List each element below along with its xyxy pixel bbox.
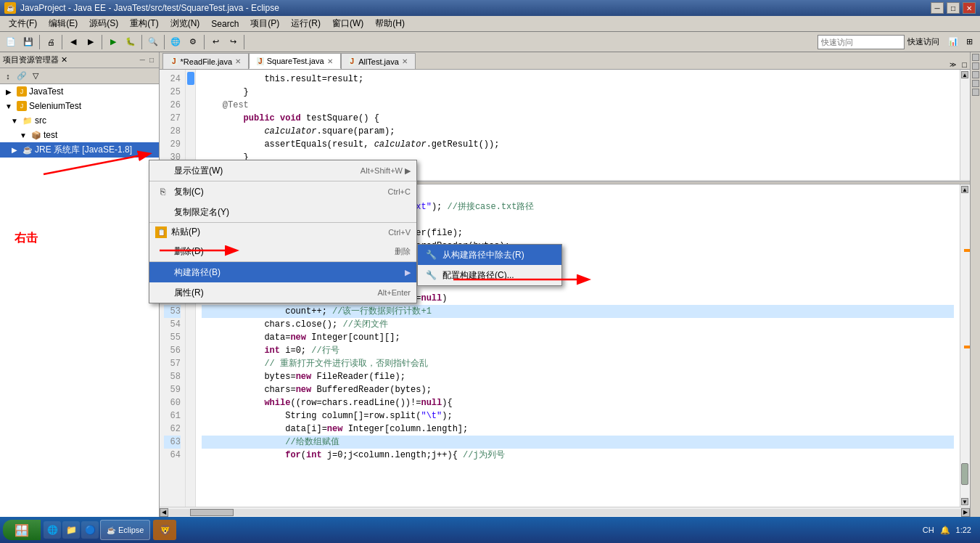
persp-btn-2[interactable]	[972, 62, 979, 70]
ctx-delete-label: 删除(D)	[174, 245, 380, 258]
editor-tabs: J *ReadFile.java ✕ J SquareTest.java ✕ J…	[160, 52, 970, 70]
project-explorer-title: 项目资源管理器 ✕	[3, 54, 138, 65]
persp-btn-4[interactable]	[972, 80, 979, 87]
menu-window[interactable]: 窗口(W)	[326, 16, 369, 31]
ctx-show-location-label: 显示位置(W)	[174, 165, 346, 177]
ctx-copy-shortcut: Ctrl+C	[388, 187, 411, 196]
menu-run[interactable]: 运行(R)	[285, 16, 326, 31]
tab-squaretest[interactable]: J SquareTest.java ✕	[249, 53, 340, 69]
code-line-57: // 重新打开文件进行读取，否则指针会乱	[202, 357, 954, 370]
debug-button[interactable]: 🐛	[123, 34, 139, 50]
right-click-annotation: 右击	[15, 231, 38, 246]
sub-configure-icon: 🔧	[424, 268, 438, 282]
panel-maximize-btn[interactable]: □	[147, 55, 156, 65]
tree-item-javatest[interactable]: ▶ J JavaTest	[0, 84, 159, 99]
scroll-left-btn[interactable]: ◀	[160, 508, 168, 517]
menu-source[interactable]: 源码(S)	[83, 16, 124, 31]
persp-btn-5[interactable]	[972, 89, 979, 96]
start-button[interactable]: 🪟	[3, 520, 41, 540]
settings-btn[interactable]: ⚙	[185, 34, 201, 50]
taskbar-right: CH 🔔 1:22	[923, 526, 977, 535]
ctx-build-path[interactable]: 构建路径(B) ▶	[149, 262, 416, 282]
persp-btn-1[interactable]	[972, 54, 979, 61]
scrollbar-right-top[interactable]: ▲	[960, 70, 970, 180]
explorer-collapse-all[interactable]: ↕	[1, 70, 15, 83]
print-button[interactable]: 🖨	[43, 34, 59, 50]
menu-refactor[interactable]: 重构(T)	[124, 16, 164, 31]
tree-item-seleniumtest[interactable]: ▼ J SeleniumTest	[0, 99, 159, 113]
code-line-55: data=new Integer[count][];	[202, 331, 954, 344]
code-line-24: this.result=result;	[202, 73, 954, 86]
maximize-button[interactable]: □	[947, 2, 960, 14]
explorer-link-editor[interactable]: 🔗	[15, 70, 28, 83]
run-button[interactable]: ▶	[105, 34, 121, 50]
taskbar-eclipse-btn[interactable]: ☕ Eclipse	[100, 520, 150, 540]
menu-project[interactable]: 项目(P)	[244, 16, 285, 31]
right-perspective-bar	[970, 52, 980, 517]
new-button[interactable]: 📄	[3, 34, 19, 50]
menu-search[interactable]: Search	[205, 17, 244, 30]
taskbar-explorer-icon[interactable]: 📁	[62, 521, 80, 539]
menu-navigate[interactable]: 浏览(N)	[165, 16, 206, 31]
redo-button[interactable]: ↪	[225, 34, 241, 50]
menu-edit[interactable]: 编辑(E)	[43, 16, 83, 31]
ctx-paste[interactable]: 📋 粘贴(P) Ctrl+V	[149, 223, 416, 241]
menu-file[interactable]: 文件(F)	[3, 16, 43, 31]
layout-btn[interactable]: ⊞	[961, 34, 977, 50]
scroll-right-btn[interactable]: ▶	[961, 508, 970, 517]
tab-icon-alltest: J	[349, 57, 356, 65]
close-button[interactable]: ✕	[963, 2, 976, 14]
persp-btn-3[interactable]	[972, 71, 979, 78]
tab-alltest[interactable]: J AllTest.java ✕	[341, 53, 416, 69]
tab-close-alltest[interactable]: ✕	[402, 57, 408, 65]
back-button[interactable]: ◀	[65, 34, 81, 50]
expand-icon: ▼	[9, 115, 20, 126]
ctx-paste-shortcut: Ctrl+V	[388, 228, 411, 237]
sub-remove-from-build-path[interactable]: 🔧 从构建路径中除去(R)	[418, 245, 561, 265]
ctx-delete-icon	[155, 244, 170, 258]
code-line-56: int i=0; //行号	[202, 344, 954, 357]
editor-maximize-btn[interactable]: □	[962, 60, 967, 69]
save-button[interactable]: 💾	[20, 34, 36, 50]
horizontal-scrollbar[interactable]: ◀ ▶	[160, 507, 970, 517]
quick-access-input[interactable]	[821, 38, 901, 46]
forward-button[interactable]: ▶	[83, 34, 99, 50]
tree-item-src[interactable]: ▼ 📁 src	[0, 113, 159, 128]
tree-item-test[interactable]: ▼ 📦 test	[0, 128, 159, 142]
tab-close-readfile[interactable]: ✕	[235, 57, 241, 65]
scroll-thumb[interactable]	[190, 509, 234, 516]
taskbar-ie-icon[interactable]: 🌐	[44, 521, 61, 539]
ctx-build-path-label: 构建路径(B)	[174, 266, 390, 279]
code-line-63: //给数组赋值	[202, 436, 954, 449]
explorer-menu[interactable]: ▽	[29, 70, 42, 83]
code-line-60: while((row=chars.readLine())!=null){	[202, 396, 954, 409]
taskbar-notification: 🔔	[940, 526, 950, 535]
ctx-show-location[interactable]: 显示位置(W) Alt+Shift+W ▶	[149, 160, 416, 181]
tab-overflow-btn[interactable]: ≫	[947, 61, 959, 68]
ctx-properties[interactable]: 属性(R) Alt+Enter	[149, 282, 416, 303]
ctx-copy[interactable]: ⎘ 复制(C) Ctrl+C	[149, 181, 416, 202]
globe-btn[interactable]: 🌐	[168, 34, 184, 50]
search-icon-btn[interactable]: 🔍	[145, 34, 161, 50]
tab-close-squaretest[interactable]: ✕	[327, 57, 333, 65]
tab-label-squaretest: SquareTest.java	[267, 57, 324, 65]
ctx-delete[interactable]: 删除(D) 删除	[149, 241, 416, 262]
undo-button[interactable]: ↩	[207, 34, 223, 50]
minimize-button[interactable]: ─	[931, 2, 944, 14]
quick-access-search[interactable]	[818, 35, 905, 49]
menu-help[interactable]: 帮助(H)	[369, 16, 411, 31]
tree-item-jre[interactable]: ▶ ☕ JRE 系统库 [JavaSE-1.8]	[0, 142, 159, 158]
pkg-icon: 📦	[31, 131, 41, 140]
sub-configure-label: 配置构建路径(C)...	[442, 269, 514, 282]
ctx-copy-qualified[interactable]: 复制限定名(Y)	[149, 202, 416, 223]
panel-minimize-btn[interactable]: ─	[138, 55, 147, 65]
sub-configure-build-path[interactable]: 🔧 配置构建路径(C)...	[418, 265, 561, 285]
scrollbar-right-bottom[interactable]: ▲ ▼	[960, 184, 970, 507]
ctx-copy-qualified-label: 复制限定名(Y)	[174, 206, 396, 219]
perspective-open-btn[interactable]: 📊	[945, 34, 961, 50]
tree-label-src: src	[35, 115, 46, 126]
tab-readfile[interactable]: J *ReadFile.java ✕	[162, 53, 249, 69]
expand-icon: ▶	[9, 144, 20, 156]
taskbar-chrome-icon[interactable]: 🔵	[81, 521, 99, 539]
taskbar-extra-icon[interactable]: 🦁	[153, 520, 176, 540]
